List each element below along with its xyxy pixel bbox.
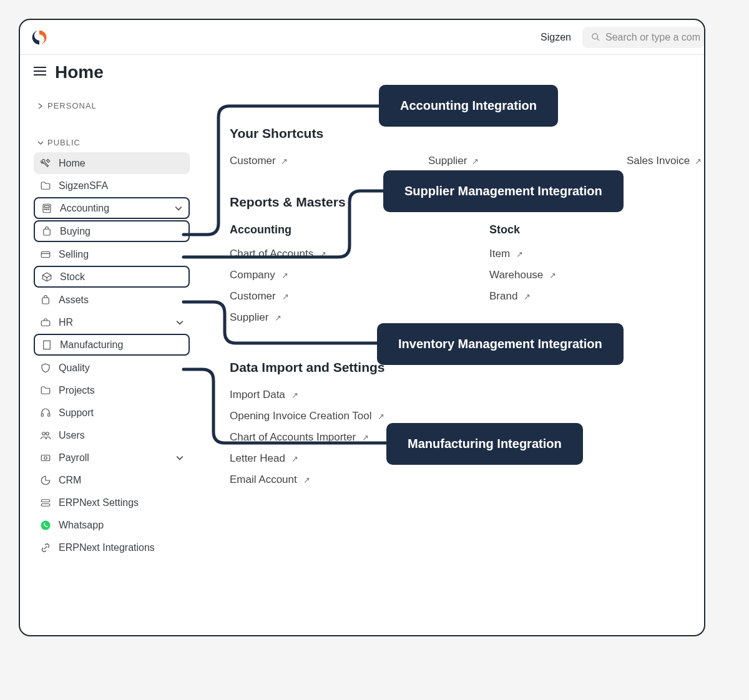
sidebar-item-crm[interactable]: CRM (34, 469, 190, 491)
pie-icon (40, 475, 51, 486)
company-name[interactable]: Sigzen (541, 32, 571, 43)
column-title: Stock (489, 223, 705, 236)
search-icon (591, 32, 600, 42)
svg-rect-28 (41, 499, 50, 502)
external-link-icon: ↗ (291, 454, 298, 464)
external-link-icon: ↗ (524, 292, 531, 301)
link-label: Customer (230, 290, 276, 303)
shortcut-label: Supplier (428, 155, 467, 167)
external-link-icon: ↗ (282, 292, 289, 301)
column-title: Accounting (230, 223, 489, 236)
sidebar-item-assets[interactable]: Assets (34, 289, 190, 311)
sidebar-item-label: Assets (59, 294, 184, 306)
external-link-icon: ↗ (378, 412, 384, 421)
link-customer[interactable]: Customer↗ (230, 290, 489, 303)
sidebar-item-label: Home (59, 158, 184, 169)
shortcut-customer[interactable]: Customer ↗ (230, 155, 428, 167)
link-chart-of-accounts[interactable]: Chart of Accounts↗ (230, 248, 489, 260)
shield-icon (40, 362, 51, 374)
shortcut-sales-invoice[interactable]: Sales Invoice ↗ (627, 155, 702, 167)
sidebar-item-manufacturing[interactable]: Manufacturing (34, 334, 190, 356)
sidebar-item-label: Selling (59, 249, 184, 260)
svg-rect-16 (44, 341, 51, 349)
users-icon (40, 430, 51, 441)
sidebar-item-hr[interactable]: HR (34, 311, 190, 333)
sidebar-item-support[interactable]: Support (34, 402, 190, 424)
app-window: Sigzen Search or type a com Home PERSONA… (19, 19, 705, 636)
callout-manufacturing-integration: Manufacturing Integration (386, 423, 583, 465)
sidebar-item-label: CRM (59, 475, 184, 486)
sidebar-item-label: HR (59, 317, 169, 328)
sidebar-item-label: Payroll (59, 452, 169, 464)
link-company[interactable]: Company↗ (230, 269, 489, 281)
link-label: Email Account (230, 474, 297, 486)
sidebar-item-home[interactable]: Home (34, 152, 190, 174)
building-icon (41, 339, 52, 351)
sidebar-item-accounting[interactable]: Accounting (34, 197, 190, 219)
svg-rect-11 (41, 251, 50, 257)
headset-icon (40, 407, 51, 419)
svg-rect-10 (44, 229, 51, 235)
page-header: Home (20, 55, 704, 82)
sidebar-item-users[interactable]: Users (34, 424, 190, 446)
callout-supplier-integration: Supplier Management Integration (383, 170, 624, 212)
external-link-icon: ↗ (281, 271, 288, 280)
body: PERSONAL PUBLIC Home SigzenSFA Accountin… (20, 82, 704, 559)
callout-inventory-integration: Inventory Management Integration (377, 323, 624, 365)
svg-point-27 (44, 456, 47, 459)
external-link-icon: ↗ (362, 433, 369, 442)
link-opening-invoice-tool[interactable]: Opening Invoice Creation Tool↗ (230, 410, 705, 422)
sidebar-section-personal[interactable]: PERSONAL (31, 96, 192, 115)
folder-icon (40, 385, 51, 396)
sidebar: PERSONAL PUBLIC Home SigzenSFA Accountin… (27, 89, 196, 559)
link-brand[interactable]: Brand↗ (489, 290, 705, 303)
whatsapp-icon (40, 520, 51, 531)
link-label: Opening Invoice Creation Tool (230, 410, 371, 422)
sidebar-item-sigzensfa[interactable]: SigzenSFA (34, 175, 190, 197)
sidebar-item-quality[interactable]: Quality (34, 357, 190, 379)
link-label: Brand (489, 290, 517, 303)
svg-point-0 (592, 34, 598, 39)
sidebar-item-whatsapp[interactable]: Whatsapp (34, 514, 190, 536)
sidebar-item-erpnext-integrations[interactable]: ERPNext Integrations (34, 537, 190, 558)
sidebar-item-buying[interactable]: Buying (34, 220, 190, 242)
svg-point-8 (46, 208, 47, 210)
sidebar-item-label: Quality (59, 362, 184, 374)
svg-line-1 (597, 38, 599, 41)
external-link-icon: ↗ (303, 475, 310, 485)
link-import-data[interactable]: Import Data↗ (230, 389, 705, 401)
shortcuts-row: Customer ↗ Supplier ↗ Sales Invoice ↗ (230, 155, 705, 167)
link-warehouse[interactable]: Warehouse↗ (489, 269, 705, 281)
search-input[interactable]: Search or type a com (582, 27, 704, 48)
svg-point-30 (41, 520, 51, 530)
sidebar-item-label: ERPNext Settings (59, 497, 184, 508)
section-title-shortcuts: Your Shortcuts (230, 126, 705, 141)
sidebar-section-public[interactable]: PUBLIC (31, 133, 192, 152)
link-email-account[interactable]: Email Account↗ (230, 474, 705, 486)
bag-icon (41, 226, 52, 237)
app-logo-icon (31, 29, 47, 46)
svg-point-9 (48, 208, 49, 210)
sidebar-item-label: Support (59, 407, 184, 419)
external-link-icon: ↗ (695, 157, 702, 166)
briefcase-icon (40, 317, 51, 328)
callout-accounting-integration: Accounting Integration (379, 85, 558, 127)
sidebar-item-label: SigzenSFA (59, 180, 184, 192)
toggles-icon (40, 497, 51, 508)
link-item[interactable]: Item↗ (489, 248, 705, 260)
shortcut-supplier[interactable]: Supplier ↗ (428, 155, 627, 167)
link-supplier[interactable]: Supplier↗ (230, 311, 489, 324)
svg-rect-29 (41, 503, 50, 506)
hamburger-icon[interactable] (34, 66, 46, 79)
shortcut-label: Sales Invoice (627, 155, 690, 167)
chevron-down-icon (175, 205, 182, 212)
sidebar-item-projects[interactable]: Projects (34, 379, 190, 401)
sidebar-item-erpnext-settings[interactable]: ERPNext Settings (34, 492, 190, 513)
external-link-icon: ↗ (291, 391, 298, 400)
external-link-icon: ↗ (472, 157, 479, 166)
sidebar-item-stock[interactable]: Stock (34, 266, 190, 288)
chevron-right-icon (37, 103, 44, 109)
sidebar-item-selling[interactable]: Selling (34, 243, 190, 265)
sidebar-section-label: PERSONAL (47, 101, 97, 110)
sidebar-item-payroll[interactable]: Payroll (34, 447, 190, 469)
